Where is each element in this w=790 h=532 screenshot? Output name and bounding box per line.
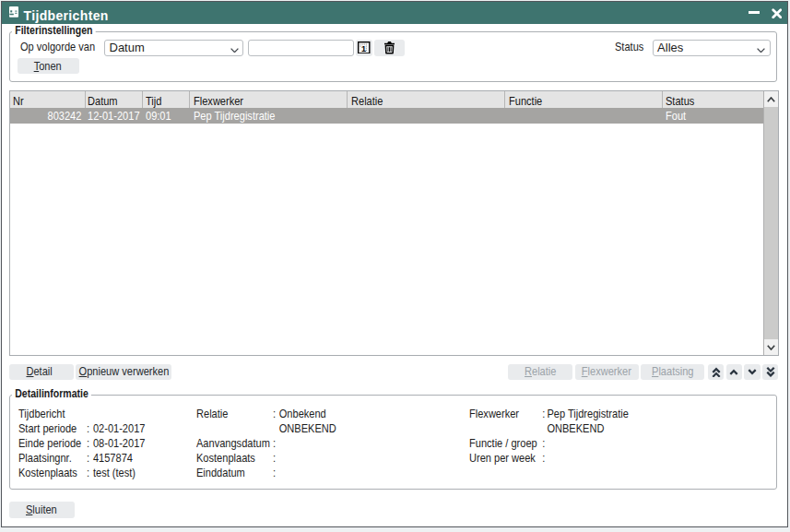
- svg-text:1: 1: [361, 43, 366, 53]
